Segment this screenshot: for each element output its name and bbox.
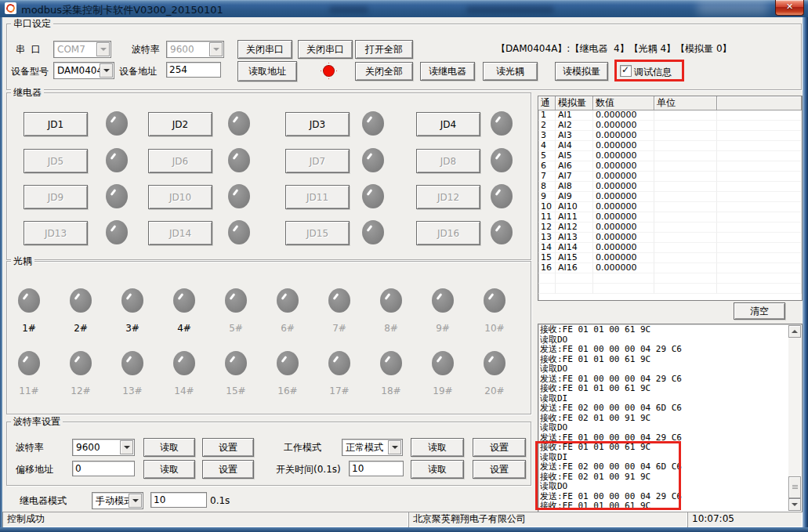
model-combo[interactable]: DAM0404A [53,62,114,79]
open-all-button[interactable]: 打开全部 [355,40,413,59]
switch-time-read-button[interactable]: 读取 [411,460,464,479]
table-cell [717,273,802,284]
scrollbar-up-icon[interactable] [788,325,801,338]
table-row[interactable]: 12AI120.000000 [538,223,802,233]
offset-read-button[interactable]: 读取 [143,460,195,479]
table-row[interactable]: 15AI150.000000 [538,253,802,263]
relay-button-jd1[interactable]: JD1 [24,112,88,136]
log-line: 发送:FE 01 00 00 00 04 29 C6 [540,492,788,502]
titlebar-blur-artifact [466,6,554,13]
table-header-cell[interactable]: 通 [538,96,556,110]
analog-table[interactable]: 通模拟量数值单位1AI10.0000002AI20.0000003AI30.00… [538,96,803,301]
opto-led-indicator-12 [70,351,92,375]
relay-button-jd2[interactable]: JD2 [148,112,212,136]
scrollbar-down-icon[interactable] [788,498,801,511]
table-cell [654,151,717,161]
work-mode-combo[interactable]: 正常模式 [342,439,403,456]
table-cell: AI5 [556,151,593,161]
opto-label-11: 11# [12,385,46,396]
baud-group-label: 波特率设置 [11,416,63,427]
table-row[interactable]: 4AI40.000000 [538,141,802,151]
relay-button-jd11: JD11 [285,185,350,209]
table-row[interactable]: 8AI80.000000 [538,182,802,192]
close-button[interactable]: ✕ [775,0,804,16]
relay-led-indicator-13 [106,220,128,244]
table-header-cell[interactable] [717,96,802,110]
work-mode-value: 正常模式 [346,442,389,453]
table-header-cell[interactable]: 单位 [654,96,717,110]
log-text: 接收:FE 01 01 00 61 9C读取DO发送:FE 01 00 00 0… [540,325,788,512]
table-cell [717,223,802,233]
titlebar[interactable]: modbus采集控制卡软件V0300_20150101 ✕ [0,0,808,17]
table-row[interactable]: 11AI110.000000 [538,212,802,223]
offset-input[interactable] [72,461,135,476]
switch-time-input[interactable] [349,461,404,476]
table-cell [654,121,717,131]
table-row[interactable]: 10AI100.000000 [538,202,802,212]
read-opto-button[interactable]: 读光耦 [483,62,538,81]
table-cell [717,131,802,141]
table-cell: 6 [538,161,556,172]
baud-value: 9600 [170,44,210,55]
scrollbar-thumb[interactable] [788,476,801,498]
status-time: 10:07:05 [687,512,803,527]
close-all-button[interactable]: 关闭全部 [355,62,413,81]
table-row[interactable] [538,284,802,294]
log-line: 接收:FE 01 01 00 61 9C [540,325,788,335]
table-row[interactable]: 16AI160.000000 [538,263,802,273]
table-cell: 3 [538,131,556,141]
read-relay-button[interactable]: 读继电器 [420,62,475,81]
relay-led-indicator-12 [491,184,513,208]
baud-read-button[interactable]: 读取 [143,438,195,457]
debug-log[interactable]: 接收:FE 01 01 00 61 9C读取DO发送:FE 01 00 00 0… [538,324,803,512]
table-row[interactable]: 14AI140.000000 [538,243,802,253]
address-input[interactable] [166,62,221,78]
table-cell: 16 [538,263,556,273]
table-cell: 8 [538,182,556,192]
table-row[interactable]: 2AI20.000000 [538,121,802,131]
debug-info-checkbox[interactable] [620,65,632,77]
table-row[interactable]: 7AI70.000000 [538,172,802,182]
table-row[interactable] [538,273,802,284]
table-cell [654,141,717,151]
table-cell [556,284,593,294]
relay-button-jd3[interactable]: JD3 [285,112,350,136]
work-mode-read-button[interactable]: 读取 [411,438,464,457]
relay-mode-combo[interactable]: 手动模式 [92,492,143,509]
clear-button[interactable]: 清空 [734,302,785,320]
table-cell: AI7 [556,172,593,182]
log-scrollbar[interactable] [788,325,801,511]
opto-label-1: 1# [12,323,46,334]
table-cell: 0.000000 [593,141,654,151]
read-analog-button[interactable]: 读模拟量 [555,62,608,81]
table-header-cell[interactable]: 数值 [593,96,654,110]
table-row[interactable]: 1AI10.000000 [538,110,802,121]
relay-led-indicator-1 [106,111,128,136]
table-row[interactable]: 6AI60.000000 [538,161,802,172]
baud2-combo[interactable]: 9600 [72,439,135,456]
close-serial-button-2[interactable]: 关闭串口 [298,40,353,59]
baud-set-button[interactable]: 设置 [202,438,254,457]
table-cell: 10 [538,202,556,212]
relay-mode-time-input[interactable] [150,492,207,508]
close-serial-button-1[interactable]: 关闭串口 [237,40,292,59]
table-row[interactable]: 5AI50.000000 [538,151,802,161]
switch-time-label: 开关时间(0.1s) [276,464,341,475]
table-cell [654,263,717,273]
opto-label-19: 19# [426,385,460,396]
table-row[interactable]: 3AI30.000000 [538,131,802,141]
table-cell: 5 [538,151,556,161]
relay-button-jd4[interactable]: JD4 [416,112,480,136]
opto-led-indicator-15 [225,351,247,375]
table-row[interactable]: 13AI130.000000 [538,233,802,243]
table-header-cell[interactable]: 模拟量 [556,96,593,110]
opto-led-indicator-13 [121,351,143,375]
log-line: 发送:FE 01 00 00 00 04 29 C6 [540,433,788,443]
work-mode-set-button[interactable]: 设置 [473,438,526,457]
opto-led-indicator-19 [432,351,454,375]
offset-set-button[interactable]: 设置 [202,460,254,479]
switch-time-set-button[interactable]: 设置 [473,460,526,479]
table-cell [654,212,717,223]
table-row[interactable]: 9AI90.000000 [538,192,802,202]
read-address-button[interactable]: 读取地址 [237,61,297,81]
